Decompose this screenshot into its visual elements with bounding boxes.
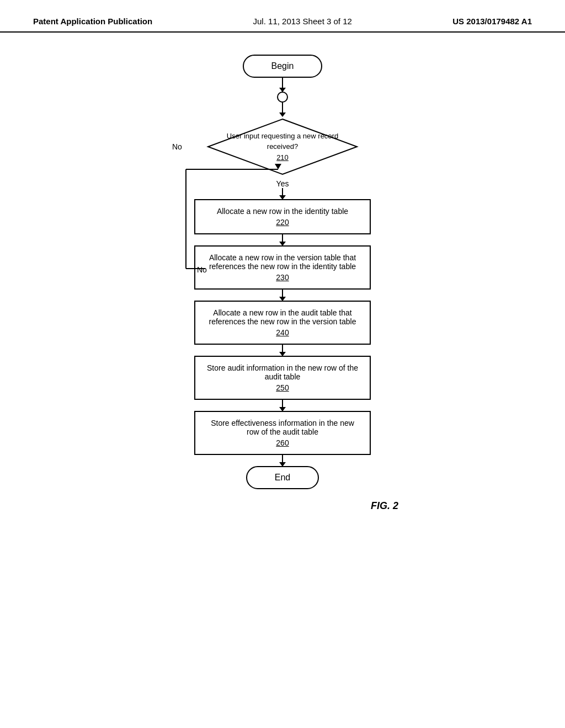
step-240: Allocate a new row in the audit table th… — [194, 301, 371, 345]
begin-terminal: Begin — [243, 55, 323, 78]
end-terminal: End — [246, 466, 319, 489]
connector-circle — [277, 92, 288, 103]
decision-text: User input requesting a new record recei… — [205, 131, 360, 163]
decision-box: User input requesting a new record recei… — [205, 116, 360, 177]
page-header: Patent Application Publication Jul. 11, … — [0, 0, 565, 33]
header-center: Jul. 11, 2013 Sheet 3 of 12 — [253, 17, 352, 26]
header-left: Patent Application Publication — [33, 17, 152, 26]
no-label: No — [172, 142, 182, 151]
step-260: Store effectiveness information in the n… — [194, 411, 371, 455]
step-220: Allocate a new row in the identity table… — [194, 199, 371, 234]
header-right: US 2013/0179482 A1 — [452, 17, 532, 26]
step-250: Store audit information in the new row o… — [194, 356, 371, 400]
diagram-area: Begin No User input requesting a new re — [0, 33, 565, 512]
fig-label: FIG. 2 — [371, 500, 398, 512]
yes-label: Yes — [276, 179, 289, 188]
step-230: Allocate a new row in the version table … — [194, 245, 371, 290]
